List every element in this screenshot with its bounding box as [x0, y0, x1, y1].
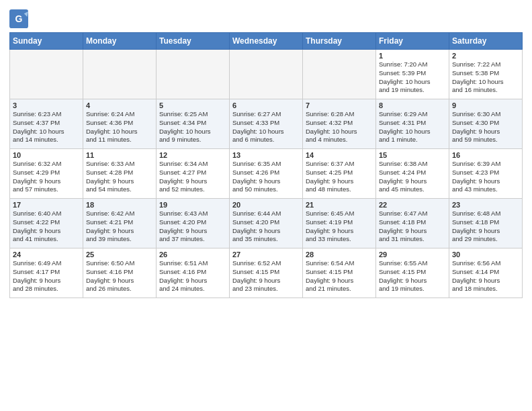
day-info: Sunrise: 6:40 AM Sunset: 4:22 PM Dayligh… [13, 210, 80, 244]
calendar-week-5: 24Sunrise: 6:49 AM Sunset: 4:17 PM Dayli… [10, 248, 523, 298]
day-info: Sunrise: 6:42 AM Sunset: 4:21 PM Dayligh… [86, 210, 153, 244]
calendar-cell: 14Sunrise: 6:37 AM Sunset: 4:25 PM Dayli… [303, 149, 376, 199]
day-info: Sunrise: 6:45 AM Sunset: 4:19 PM Dayligh… [306, 210, 373, 244]
day-number: 8 [379, 101, 446, 109]
calendar-cell: 10Sunrise: 6:32 AM Sunset: 4:29 PM Dayli… [10, 149, 83, 199]
calendar-cell: 11Sunrise: 6:33 AM Sunset: 4:28 PM Dayli… [83, 149, 157, 199]
calendar-cell: 9Sunrise: 6:30 AM Sunset: 4:30 PM Daylig… [449, 99, 523, 149]
day-info: Sunrise: 6:48 AM Sunset: 4:18 PM Dayligh… [452, 210, 519, 244]
calendar-cell [10, 50, 83, 99]
calendar-cell: 26Sunrise: 6:51 AM Sunset: 4:16 PM Dayli… [157, 248, 230, 298]
day-info: Sunrise: 6:37 AM Sunset: 4:25 PM Dayligh… [306, 160, 373, 194]
calendar-week-1: 1Sunrise: 7:20 AM Sunset: 5:39 PM Daylig… [10, 50, 523, 99]
calendar-cell: 29Sunrise: 6:55 AM Sunset: 4:15 PM Dayli… [376, 248, 449, 298]
day-info: Sunrise: 6:38 AM Sunset: 4:24 PM Dayligh… [379, 160, 446, 194]
calendar-cell: 30Sunrise: 6:56 AM Sunset: 4:14 PM Dayli… [449, 248, 523, 298]
day-number: 20 [232, 201, 300, 209]
calendar-week-4: 17Sunrise: 6:40 AM Sunset: 4:22 PM Dayli… [10, 199, 523, 248]
day-info: Sunrise: 6:23 AM Sunset: 4:37 PM Dayligh… [13, 110, 80, 144]
calendar-cell: 18Sunrise: 6:42 AM Sunset: 4:21 PM Dayli… [83, 199, 157, 248]
calendar-cell: 25Sunrise: 6:50 AM Sunset: 4:16 PM Dayli… [83, 248, 157, 298]
day-info: Sunrise: 6:49 AM Sunset: 4:17 PM Dayligh… [13, 259, 80, 293]
day-number: 26 [159, 250, 226, 259]
day-info: Sunrise: 6:47 AM Sunset: 4:18 PM Dayligh… [379, 210, 446, 244]
day-info: Sunrise: 6:25 AM Sunset: 4:34 PM Dayligh… [159, 110, 226, 144]
calendar-cell: 19Sunrise: 6:43 AM Sunset: 4:20 PM Dayli… [157, 199, 230, 248]
day-number: 6 [232, 101, 300, 109]
weekday-header-friday: Friday [376, 33, 449, 50]
day-info: Sunrise: 6:24 AM Sunset: 4:36 PM Dayligh… [86, 110, 153, 144]
calendar-table: SundayMondayTuesdayWednesdayThursdayFrid… [9, 32, 523, 298]
calendar-cell: 3Sunrise: 6:23 AM Sunset: 4:37 PM Daylig… [10, 99, 83, 149]
page: G SundayMondayTuesdayWednesdayThursdayFr… [0, 0, 532, 305]
calendar-cell: 7Sunrise: 6:28 AM Sunset: 4:32 PM Daylig… [303, 99, 376, 149]
calendar-cell: 1Sunrise: 7:20 AM Sunset: 5:39 PM Daylig… [376, 50, 449, 99]
day-number: 2 [452, 52, 519, 60]
day-number: 28 [306, 250, 373, 259]
calendar-cell: 12Sunrise: 6:34 AM Sunset: 4:27 PM Dayli… [157, 149, 230, 199]
calendar-cell [157, 50, 230, 99]
day-number: 12 [159, 151, 226, 159]
day-info: Sunrise: 6:30 AM Sunset: 4:30 PM Dayligh… [452, 110, 519, 144]
day-number: 3 [13, 101, 80, 109]
day-number: 24 [13, 250, 80, 259]
calendar-header-row: SundayMondayTuesdayWednesdayThursdayFrid… [10, 33, 523, 50]
calendar-cell: 23Sunrise: 6:48 AM Sunset: 4:18 PM Dayli… [449, 199, 523, 248]
day-number: 19 [159, 201, 226, 209]
day-info: Sunrise: 6:44 AM Sunset: 4:20 PM Dayligh… [232, 210, 300, 244]
day-number: 29 [379, 250, 446, 259]
day-number: 10 [13, 151, 80, 159]
calendar-cell: 16Sunrise: 6:39 AM Sunset: 4:23 PM Dayli… [449, 149, 523, 199]
day-number: 16 [452, 151, 519, 159]
day-number: 5 [159, 101, 226, 109]
day-number: 4 [86, 101, 153, 109]
day-number: 22 [379, 201, 446, 209]
day-info: Sunrise: 6:50 AM Sunset: 4:16 PM Dayligh… [86, 259, 153, 293]
day-info: Sunrise: 6:33 AM Sunset: 4:28 PM Dayligh… [86, 160, 153, 194]
calendar-cell: 21Sunrise: 6:45 AM Sunset: 4:19 PM Dayli… [303, 199, 376, 248]
day-info: Sunrise: 6:39 AM Sunset: 4:23 PM Dayligh… [452, 160, 519, 194]
calendar-cell: 2Sunrise: 7:22 AM Sunset: 5:38 PM Daylig… [449, 50, 523, 99]
day-number: 17 [13, 201, 80, 209]
day-info: Sunrise: 7:20 AM Sunset: 5:39 PM Dayligh… [379, 60, 446, 95]
day-info: Sunrise: 6:55 AM Sunset: 4:15 PM Dayligh… [379, 259, 446, 293]
logo-icon: G [9, 9, 28, 28]
day-info: Sunrise: 6:51 AM Sunset: 4:16 PM Dayligh… [159, 259, 226, 293]
weekday-header-sunday: Sunday [10, 33, 83, 50]
weekday-header-thursday: Thursday [303, 33, 376, 50]
day-number: 14 [306, 151, 373, 159]
day-number: 13 [232, 151, 300, 159]
day-number: 30 [452, 250, 519, 259]
day-number: 18 [86, 201, 153, 209]
calendar-cell: 5Sunrise: 6:25 AM Sunset: 4:34 PM Daylig… [157, 99, 230, 149]
day-info: Sunrise: 6:34 AM Sunset: 4:27 PM Dayligh… [159, 160, 226, 194]
calendar-cell: 24Sunrise: 6:49 AM Sunset: 4:17 PM Dayli… [10, 248, 83, 298]
day-number: 23 [452, 201, 519, 209]
calendar-cell: 8Sunrise: 6:29 AM Sunset: 4:31 PM Daylig… [376, 99, 449, 149]
day-info: Sunrise: 6:29 AM Sunset: 4:31 PM Dayligh… [379, 110, 446, 144]
calendar-cell: 15Sunrise: 6:38 AM Sunset: 4:24 PM Dayli… [376, 149, 449, 199]
header: G [9, 7, 523, 28]
day-info: Sunrise: 7:22 AM Sunset: 5:38 PM Dayligh… [452, 60, 519, 95]
logo: G [9, 9, 31, 28]
day-number: 25 [86, 250, 153, 259]
day-info: Sunrise: 6:56 AM Sunset: 4:14 PM Dayligh… [452, 259, 519, 293]
calendar-cell: 13Sunrise: 6:35 AM Sunset: 4:26 PM Dayli… [230, 149, 303, 199]
calendar-week-2: 3Sunrise: 6:23 AM Sunset: 4:37 PM Daylig… [10, 99, 523, 149]
day-number: 21 [306, 201, 373, 209]
weekday-header-saturday: Saturday [449, 33, 523, 50]
day-info: Sunrise: 6:32 AM Sunset: 4:29 PM Dayligh… [13, 160, 80, 194]
weekday-header-wednesday: Wednesday [230, 33, 303, 50]
calendar-cell [230, 50, 303, 99]
calendar-cell: 22Sunrise: 6:47 AM Sunset: 4:18 PM Dayli… [376, 199, 449, 248]
day-info: Sunrise: 6:27 AM Sunset: 4:33 PM Dayligh… [232, 110, 300, 144]
day-number: 27 [232, 250, 300, 259]
day-info: Sunrise: 6:35 AM Sunset: 4:26 PM Dayligh… [232, 160, 300, 194]
day-info: Sunrise: 6:43 AM Sunset: 4:20 PM Dayligh… [159, 210, 226, 244]
calendar-cell: 20Sunrise: 6:44 AM Sunset: 4:20 PM Dayli… [230, 199, 303, 248]
day-number: 7 [306, 101, 373, 109]
day-info: Sunrise: 6:54 AM Sunset: 4:15 PM Dayligh… [306, 259, 373, 293]
calendar-cell: 27Sunrise: 6:52 AM Sunset: 4:15 PM Dayli… [230, 248, 303, 298]
day-info: Sunrise: 6:28 AM Sunset: 4:32 PM Dayligh… [306, 110, 373, 144]
day-number: 11 [86, 151, 153, 159]
